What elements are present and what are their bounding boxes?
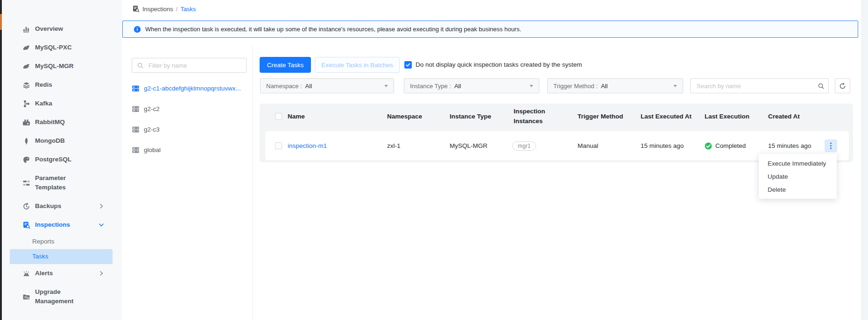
cluster-item-global[interactable]: global (132, 144, 161, 156)
create-tasks-button[interactable]: Create Tasks (260, 57, 311, 73)
sidebar-item-mysql-pxc[interactable]: MySQL-PXC (2, 38, 122, 57)
caret-down-icon (673, 85, 677, 87)
server-icon (132, 125, 140, 133)
column-header-created-at: Created At (768, 104, 800, 129)
sidebar-item-postgresql[interactable]: PostgreSQL (2, 150, 122, 169)
inspections-icon (22, 221, 30, 229)
status-text: Completed (715, 142, 746, 149)
row-actions-menu: Execute Immediately Update Delete (759, 154, 837, 199)
task-search (690, 78, 829, 93)
info-banner: When the inspection task is executed, it… (122, 21, 858, 38)
kafka-icon (22, 100, 30, 108)
sidebar-item-upgrade-management[interactable]: Upgrade Management (2, 283, 122, 311)
server-icon (132, 84, 140, 92)
scrollbar-track[interactable] (861, 0, 868, 320)
alerts-icon (22, 270, 30, 278)
hide-system-tasks-checkbox[interactable] (404, 61, 412, 69)
caret-down-icon (529, 85, 533, 87)
kebab-icon (830, 142, 832, 149)
menu-item-delete[interactable]: Delete (759, 183, 837, 196)
postgresql-icon (22, 156, 30, 164)
column-header-last-execution: Last Execution (705, 104, 749, 129)
sidebar-item-inspections[interactable]: Inspections (2, 216, 122, 234)
server-icon (132, 146, 140, 154)
caret-down-icon (384, 85, 388, 87)
task-search-input[interactable] (696, 82, 818, 90)
search-icon (137, 62, 144, 69)
column-header-inspection-instances: Inspection Instances (514, 104, 557, 129)
row-actions-button[interactable] (825, 139, 837, 152)
panel-divider (252, 46, 253, 320)
completed-check-icon (705, 142, 712, 150)
row-checkbox[interactable] (275, 131, 282, 160)
sidebar-item-tasks[interactable]: Tasks (10, 249, 113, 264)
cluster-item-g2-c2[interactable]: g2-c2 (132, 103, 160, 115)
column-header-last-executed-at: Last Executed At (641, 104, 692, 129)
sidebar: Overview MySQL-PXC MySQL-MGR Redis Kafka… (2, 0, 122, 320)
cell-inspection-instances: mgr1 (512, 131, 536, 160)
server-icon (132, 105, 140, 113)
refresh-icon (839, 83, 846, 90)
chevron-right-icon (99, 271, 104, 276)
cell-instance-type: MySQL-MGR (450, 131, 487, 160)
sidebar-item-overview[interactable]: Overview (2, 20, 122, 38)
cluster-name: global (144, 146, 161, 153)
column-header-trigger-method: Trigger Method (578, 104, 623, 129)
search-icon[interactable] (818, 83, 825, 90)
rabbitmq-icon (22, 118, 30, 126)
cell-namespace: zxl-1 (387, 131, 401, 160)
banner-text: When the inspection task is executed, it… (145, 26, 521, 33)
cluster-name: g2-c2 (144, 105, 160, 112)
mongodb-icon (22, 137, 30, 145)
refresh-button[interactable] (835, 78, 850, 93)
cluster-item-g2-c3[interactable]: g2-c3 (132, 123, 160, 135)
trigger-method-select[interactable]: Trigger Method : All (547, 78, 683, 93)
backups-icon (22, 202, 30, 210)
execute-tasks-in-batches-button[interactable]: Execute Tasks in Batches (315, 57, 400, 73)
menu-item-execute-immediately[interactable]: Execute Immediately (759, 157, 837, 170)
cluster-name: g2-c1-abcdefghijklmnopqrstuvwx... (144, 85, 241, 92)
column-header-instance-type: Instance Type (450, 104, 491, 129)
parameter-templates-icon (22, 179, 30, 187)
upgrade-icon (22, 293, 30, 301)
sidebar-item-backups[interactable]: Backups (2, 197, 122, 216)
sidebar-item-kafka[interactable]: Kafka (2, 94, 122, 113)
cluster-filter (132, 58, 247, 73)
chevron-down-icon (99, 222, 104, 228)
cell-last-execution: Completed (705, 131, 746, 160)
column-header-namespace: Namespace (387, 104, 422, 129)
breadcrumb-separator: / (176, 6, 178, 13)
hide-system-tasks-label: Do not display quick inspection tasks cr… (416, 61, 582, 69)
cluster-item-g2-c1[interactable]: g2-c1-abcdefghijklmnopqrstuvwx... (132, 82, 241, 94)
cell-last-executed-at: 15 minutes ago (641, 131, 684, 160)
sidebar-item-mysql-mgr[interactable]: MySQL-MGR (2, 57, 122, 76)
cluster-name: g2-c3 (144, 126, 160, 133)
chevron-right-icon (99, 203, 104, 209)
info-icon (134, 26, 141, 33)
cluster-filter-input[interactable] (148, 62, 238, 70)
sidebar-item-redis[interactable]: Redis (2, 76, 122, 94)
instance-tag: mgr1 (512, 141, 536, 151)
task-name-link[interactable]: inspection-m1 (288, 131, 327, 160)
menu-item-update[interactable]: Update (759, 170, 837, 183)
bar-chart-icon (22, 25, 30, 33)
mysql-icon (22, 63, 30, 70)
sidebar-item-reports[interactable]: Reports (10, 234, 113, 249)
inspections-breadcrumb-icon (132, 5, 140, 13)
redis-icon (22, 81, 30, 89)
sidebar-item-alerts[interactable]: Alerts (2, 264, 122, 283)
breadcrumb-section[interactable]: Inspections (142, 6, 173, 13)
column-header-name: Name (288, 104, 305, 129)
sidebar-item-mongodb[interactable]: MongoDB (2, 132, 122, 150)
cell-trigger-method: Manual (578, 131, 598, 160)
breadcrumb-current[interactable]: Tasks (180, 6, 196, 13)
select-all-checkbox[interactable] (275, 104, 282, 129)
sidebar-item-rabbitmq[interactable]: RabbitMQ (2, 113, 122, 132)
sidebar-item-parameter-templates[interactable]: Parameter Templates (2, 169, 122, 197)
instance-type-select[interactable]: Instance Type : All (404, 78, 539, 93)
namespace-select[interactable]: Namespace : All (260, 78, 394, 93)
breadcrumb: Inspections / Tasks (132, 4, 196, 14)
mysql-icon (22, 44, 30, 52)
